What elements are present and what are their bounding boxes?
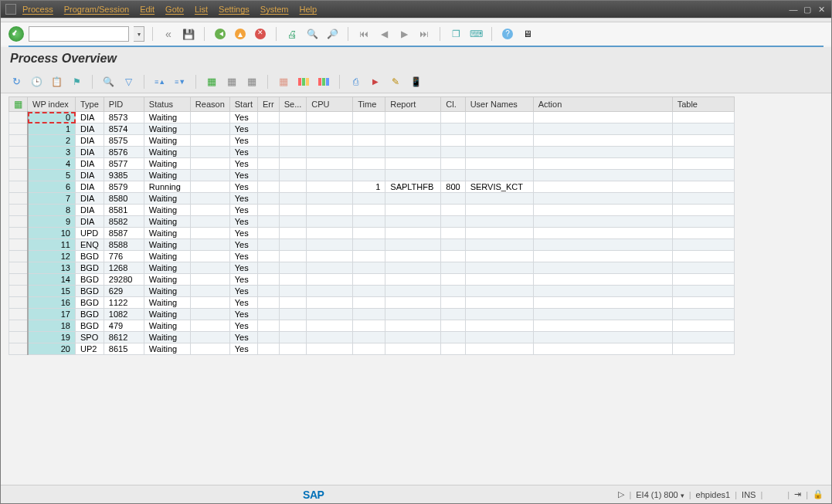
row-marker[interactable] [9, 274, 28, 286]
cell-sem[interactable] [279, 239, 307, 251]
cell-sem[interactable] [279, 320, 307, 332]
col-header[interactable]: Time [353, 97, 385, 112]
cell-time[interactable] [353, 193, 385, 205]
cell-table[interactable] [672, 228, 734, 239]
cell-start[interactable]: Yes [229, 123, 257, 135]
cell-err[interactable] [258, 343, 280, 355]
cell-reason[interactable] [190, 320, 229, 332]
cell-start[interactable]: Yes [229, 181, 257, 193]
cell-idx[interactable]: 16 [28, 297, 76, 309]
find-next-icon[interactable] [324, 26, 340, 42]
table-row[interactable]: 9DIA8582WaitingYes [9, 216, 735, 228]
cell-user[interactable] [465, 239, 533, 251]
cell-action[interactable] [533, 320, 672, 332]
cell-cpu[interactable] [307, 274, 353, 286]
cell-idx[interactable]: 1 [28, 123, 76, 135]
cell-err[interactable] [258, 239, 280, 251]
cell-idx[interactable]: 15 [28, 286, 76, 297]
find-icon[interactable] [304, 26, 320, 42]
table-row[interactable]: 5DIA9385WaitingYes [9, 170, 735, 181]
cell-time[interactable] [353, 309, 385, 320]
cell-user[interactable] [465, 297, 533, 309]
cell-user[interactable] [465, 228, 533, 239]
col-header[interactable]: Reason [190, 97, 229, 112]
cell-cpu[interactable] [307, 193, 353, 205]
cell-type[interactable]: DIA [76, 158, 104, 170]
menu-help[interactable]: Help [300, 5, 318, 14]
cell-cl[interactable] [441, 147, 465, 158]
menu-settings[interactable]: Settings [219, 5, 250, 14]
cell-reason[interactable] [190, 135, 229, 147]
cell-cl[interactable] [441, 135, 465, 147]
cell-report[interactable] [385, 216, 441, 228]
cell-reason[interactable] [190, 297, 229, 309]
cell-status[interactable]: Waiting [144, 123, 190, 135]
row-marker[interactable] [9, 297, 28, 309]
table-row[interactable]: 17BGD1082WaitingYes [9, 309, 735, 320]
export-local-icon[interactable] [244, 74, 260, 90]
row-marker[interactable] [9, 123, 28, 135]
cell-idx[interactable]: 11 [28, 239, 76, 251]
cell-start[interactable]: Yes [229, 332, 257, 343]
cell-sem[interactable] [279, 181, 307, 193]
cell-pid[interactable]: 8579 [104, 181, 144, 193]
cell-cpu[interactable] [307, 309, 353, 320]
cell-type[interactable]: UPD [76, 228, 104, 239]
table-row[interactable]: 8DIA8581WaitingYes [9, 205, 735, 216]
cell-report[interactable] [385, 228, 441, 239]
cell-time[interactable] [353, 228, 385, 239]
back-icon[interactable] [215, 29, 226, 39]
row-marker[interactable] [9, 343, 28, 355]
cell-action[interactable] [533, 297, 672, 309]
table-row[interactable]: 7DIA8580WaitingYes [9, 193, 735, 205]
cell-cpu[interactable] [307, 216, 353, 228]
cell-table[interactable] [672, 123, 734, 135]
table-row[interactable]: 19SPO8612WaitingYes [9, 332, 735, 343]
cell-type[interactable]: DIA [76, 147, 104, 158]
cell-cpu[interactable] [307, 147, 353, 158]
cell-time[interactable] [353, 262, 385, 274]
cell-pid[interactable]: 1122 [104, 297, 144, 309]
table-row[interactable]: 0DIA8573WaitingYes [9, 112, 735, 123]
cell-start[interactable]: Yes [229, 205, 257, 216]
cell-status[interactable]: Waiting [144, 332, 190, 343]
first-page-icon[interactable] [356, 26, 372, 42]
cell-action[interactable] [533, 123, 672, 135]
cell-reason[interactable] [190, 205, 229, 216]
cell-status[interactable]: Waiting [144, 309, 190, 320]
app-menu-icon[interactable] [5, 4, 16, 15]
cell-err[interactable] [258, 205, 280, 216]
col-header[interactable]: Status [144, 97, 190, 112]
cell-time[interactable] [353, 123, 385, 135]
cell-time[interactable] [353, 170, 385, 181]
cell-sem[interactable] [279, 135, 307, 147]
cell-reason[interactable] [190, 228, 229, 239]
cell-table[interactable] [672, 262, 734, 274]
cell-status[interactable]: Waiting [144, 228, 190, 239]
cell-type[interactable]: DIA [76, 181, 104, 193]
cpu-icon[interactable] [29, 74, 44, 90]
cell-cpu[interactable] [307, 112, 353, 123]
cell-type[interactable]: DIA [76, 193, 104, 205]
cell-table[interactable] [672, 239, 734, 251]
cell-pid[interactable]: 1082 [104, 309, 144, 320]
cell-cl[interactable] [441, 309, 465, 320]
cell-cpu[interactable] [307, 205, 353, 216]
cell-time[interactable] [353, 205, 385, 216]
cell-user[interactable] [465, 147, 533, 158]
cancel-icon[interactable] [255, 29, 266, 39]
cell-user[interactable] [465, 193, 533, 205]
cell-idx[interactable]: 5 [28, 170, 76, 181]
cell-type[interactable]: DIA [76, 112, 104, 123]
cell-sem[interactable] [279, 228, 307, 239]
maximize-button[interactable]: ▢ [802, 4, 813, 15]
cell-action[interactable] [533, 147, 672, 158]
cell-start[interactable]: Yes [229, 228, 257, 239]
menu-edit[interactable]: Edit [140, 5, 155, 14]
help-icon[interactable] [502, 29, 513, 39]
table-row[interactable]: 11ENQ8588WaitingYes [9, 239, 735, 251]
cell-cl[interactable] [441, 193, 465, 205]
cell-cpu[interactable] [307, 251, 353, 262]
cell-user[interactable] [465, 135, 533, 147]
cell-idx[interactable]: 2 [28, 135, 76, 147]
